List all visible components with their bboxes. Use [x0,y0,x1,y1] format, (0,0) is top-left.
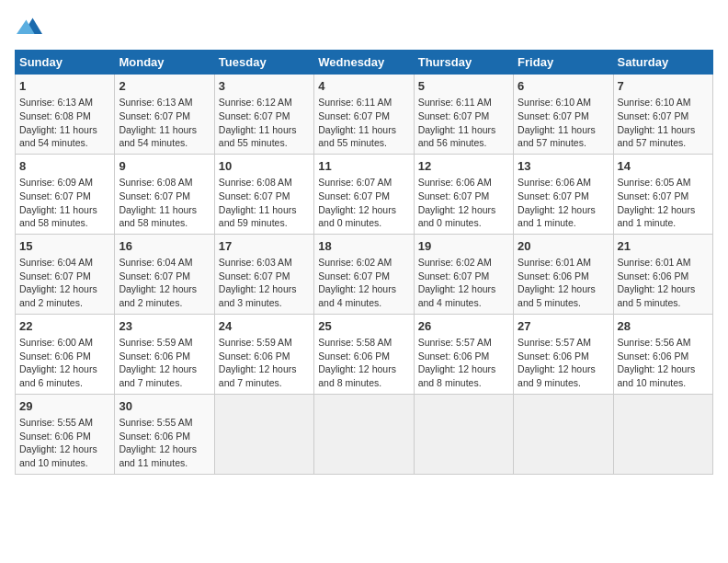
day-number: 24 [219,318,310,335]
sunrise: Sunrise: 6:06 AM [518,177,591,188]
day-number: 21 [618,238,709,255]
sunset: Sunset: 6:07 PM [318,270,390,282]
sunrise: Sunrise: 6:10 AM [618,97,691,108]
daylight: Daylight: 12 hours and 11 minutes. [119,443,197,468]
sunrise: Sunrise: 6:11 AM [418,97,492,108]
calendar-cell: 5Sunrise: 6:11 AMSunset: 6:07 PMDaylight… [414,75,513,155]
daylight: Daylight: 12 hours and 10 minutes. [19,443,97,468]
day-number: 19 [418,238,509,255]
calendar-cell [314,394,414,474]
sunset: Sunset: 6:07 PM [518,190,589,201]
col-tuesday: Tuesday [214,51,313,75]
sunset: Sunset: 6:06 PM [119,431,190,442]
sunset: Sunset: 6:07 PM [618,110,689,121]
daylight: Daylight: 11 hours and 54 minutes. [119,124,197,149]
day-number: 16 [119,238,210,255]
sunrise: Sunrise: 6:07 AM [318,177,392,188]
sunrise: Sunrise: 6:08 AM [219,177,292,188]
sunset: Sunset: 6:06 PM [518,350,589,362]
sunrise: Sunrise: 6:00 AM [19,337,93,348]
sunset: Sunset: 6:06 PM [19,350,91,362]
daylight: Daylight: 12 hours and 6 minutes. [19,363,97,388]
daylight: Daylight: 11 hours and 57 minutes. [518,124,596,149]
calendar-cell: 25Sunrise: 5:58 AMSunset: 6:06 PMDayligh… [314,314,414,394]
daylight: Daylight: 12 hours and 10 minutes. [618,363,696,388]
calendar-cell: 10Sunrise: 6:08 AMSunset: 6:07 PMDayligh… [214,154,313,234]
sunset: Sunset: 6:07 PM [119,270,190,282]
calendar-cell: 23Sunrise: 5:59 AMSunset: 6:06 PMDayligh… [115,314,214,394]
sunset: Sunset: 6:06 PM [418,350,490,362]
sunrise: Sunrise: 6:12 AM [219,97,292,108]
sunset: Sunset: 6:07 PM [219,110,290,121]
day-number: 20 [518,238,609,255]
sunset: Sunset: 6:06 PM [518,270,589,282]
calendar-cell: 13Sunrise: 6:06 AMSunset: 6:07 PMDayligh… [514,154,613,234]
calendar-week-row: 15Sunrise: 6:04 AMSunset: 6:07 PMDayligh… [16,234,713,314]
sunset: Sunset: 6:07 PM [19,270,91,282]
daylight: Daylight: 11 hours and 55 minutes. [219,124,297,149]
sunset: Sunset: 6:06 PM [618,270,689,282]
sunrise: Sunrise: 5:59 AM [119,337,192,348]
sunset: Sunset: 6:07 PM [418,190,490,201]
sunset: Sunset: 6:07 PM [318,110,390,121]
day-number: 14 [618,158,709,175]
sunrise: Sunrise: 6:13 AM [19,97,93,108]
calendar-week-row: 29Sunrise: 5:55 AMSunset: 6:06 PMDayligh… [16,394,713,474]
daylight: Daylight: 11 hours and 55 minutes. [318,124,396,149]
daylight: Daylight: 11 hours and 57 minutes. [618,124,696,149]
sunset: Sunset: 6:08 PM [19,110,91,121]
calendar-cell: 30Sunrise: 5:55 AMSunset: 6:06 PMDayligh… [115,394,214,474]
day-number: 25 [318,318,409,335]
sunset: Sunset: 6:07 PM [518,110,589,121]
col-sunday: Sunday [16,51,115,75]
col-thursday: Thursday [414,51,513,75]
calendar-cell: 19Sunrise: 6:02 AMSunset: 6:07 PMDayligh… [414,234,513,314]
daylight: Daylight: 12 hours and 7 minutes. [219,363,297,388]
day-number: 10 [219,158,310,175]
day-number: 4 [318,78,409,95]
calendar-cell: 29Sunrise: 5:55 AMSunset: 6:06 PMDayligh… [16,394,115,474]
header [15,15,713,40]
daylight: Daylight: 12 hours and 0 minutes. [318,204,396,229]
calendar-cell: 7Sunrise: 6:10 AMSunset: 6:07 PMDaylight… [613,75,712,155]
day-number: 28 [618,318,709,335]
calendar-cell: 9Sunrise: 6:08 AMSunset: 6:07 PMDaylight… [115,154,214,234]
day-number: 18 [318,238,409,255]
sunset: Sunset: 6:06 PM [219,350,290,362]
col-monday: Monday [115,51,214,75]
day-number: 5 [418,78,509,95]
day-number: 29 [19,398,110,415]
calendar-cell: 18Sunrise: 6:02 AMSunset: 6:07 PMDayligh… [314,234,414,314]
daylight: Daylight: 11 hours and 54 minutes. [19,124,97,149]
sunset: Sunset: 6:07 PM [418,270,490,282]
day-number: 12 [418,158,509,175]
daylight: Daylight: 12 hours and 4 minutes. [318,283,396,308]
calendar-cell: 3Sunrise: 6:12 AMSunset: 6:07 PMDaylight… [214,75,313,155]
col-friday: Friday [514,51,613,75]
day-number: 26 [418,318,509,335]
daylight: Daylight: 12 hours and 5 minutes. [518,283,596,308]
day-number: 30 [119,398,210,415]
calendar-cell: 12Sunrise: 6:06 AMSunset: 6:07 PMDayligh… [414,154,513,234]
calendar-cell: 22Sunrise: 6:00 AMSunset: 6:06 PMDayligh… [16,314,115,394]
sunset: Sunset: 6:06 PM [318,350,390,362]
sunset: Sunset: 6:07 PM [19,190,91,201]
daylight: Daylight: 11 hours and 58 minutes. [119,204,197,229]
calendar-cell: 17Sunrise: 6:03 AMSunset: 6:07 PMDayligh… [214,234,313,314]
day-number: 8 [19,158,110,175]
calendar-cell [613,394,712,474]
sunrise: Sunrise: 6:04 AM [119,257,192,268]
day-number: 6 [518,78,609,95]
calendar-cell: 16Sunrise: 6:04 AMSunset: 6:07 PMDayligh… [115,234,214,314]
sunrise: Sunrise: 6:09 AM [19,177,93,188]
sunset: Sunset: 6:07 PM [318,190,390,201]
daylight: Daylight: 12 hours and 4 minutes. [418,283,496,308]
sunrise: Sunrise: 5:59 AM [219,337,292,348]
sunrise: Sunrise: 6:11 AM [318,97,392,108]
sunrise: Sunrise: 5:55 AM [19,417,93,428]
sunrise: Sunrise: 5:57 AM [418,337,492,348]
day-number: 2 [119,78,210,95]
calendar-cell: 26Sunrise: 5:57 AMSunset: 6:06 PMDayligh… [414,314,513,394]
logo-icon [17,15,42,40]
daylight: Daylight: 12 hours and 2 minutes. [119,283,197,308]
